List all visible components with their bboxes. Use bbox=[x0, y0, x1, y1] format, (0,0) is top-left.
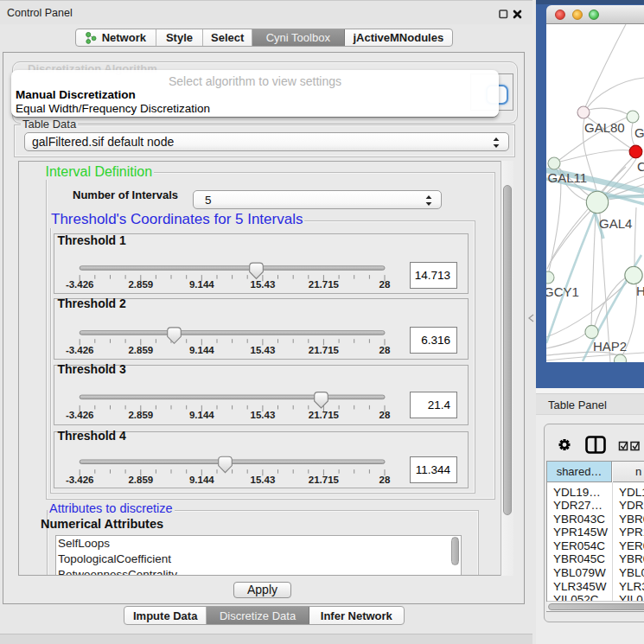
svg-text:-3.426: -3.426 bbox=[66, 345, 94, 355]
svg-text:GAL4: GAL4 bbox=[599, 216, 632, 231]
svg-text:2.859: 2.859 bbox=[128, 410, 153, 420]
svg-text:9.144: 9.144 bbox=[189, 475, 214, 485]
svg-text:2.859: 2.859 bbox=[128, 345, 153, 355]
svg-text:21.715: 21.715 bbox=[309, 278, 340, 289]
svg-text:H: H bbox=[636, 284, 644, 298]
svg-text:15.43: 15.43 bbox=[251, 475, 276, 485]
svg-text:-3.426: -3.426 bbox=[66, 410, 94, 420]
svg-text:C: C bbox=[637, 159, 644, 174]
svg-text:GCY1: GCY1 bbox=[546, 284, 579, 299]
svg-text:2.859: 2.859 bbox=[128, 278, 153, 289]
svg-text:HAP2: HAP2 bbox=[593, 339, 627, 354]
svg-text:-3.426: -3.426 bbox=[66, 475, 94, 485]
svg-text:15.43: 15.43 bbox=[251, 345, 276, 355]
svg-text:21.715: 21.715 bbox=[309, 475, 340, 485]
svg-text:9.144: 9.144 bbox=[189, 345, 214, 355]
svg-text:15.43: 15.43 bbox=[251, 278, 276, 289]
svg-text:28: 28 bbox=[379, 278, 391, 289]
svg-text:9.144: 9.144 bbox=[189, 410, 214, 420]
svg-text:21.715: 21.715 bbox=[309, 345, 340, 355]
svg-text:28: 28 bbox=[379, 410, 391, 420]
svg-text:28: 28 bbox=[379, 475, 391, 485]
svg-text:GAL11: GAL11 bbox=[548, 170, 588, 185]
svg-text:21.715: 21.715 bbox=[309, 410, 340, 420]
svg-text:15.43: 15.43 bbox=[251, 410, 276, 420]
svg-text:G.: G. bbox=[634, 125, 644, 140]
svg-text:-3.426: -3.426 bbox=[66, 278, 94, 289]
svg-text:9.144: 9.144 bbox=[189, 278, 214, 289]
svg-text:GAL80: GAL80 bbox=[584, 120, 625, 135]
svg-text:2.859: 2.859 bbox=[128, 475, 153, 485]
svg-text:28: 28 bbox=[379, 345, 391, 355]
